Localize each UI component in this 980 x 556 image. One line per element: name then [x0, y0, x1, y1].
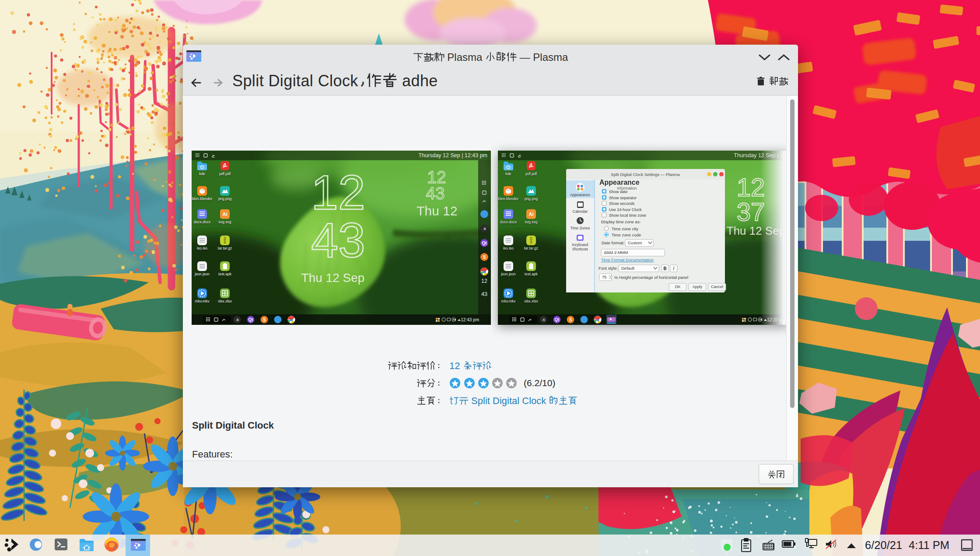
svg-text:Qt: Qt — [482, 241, 487, 246]
svg-text:Cancel: Cancel — [711, 285, 723, 289]
svg-text:Thu 12 Sep: Thu 12 Sep — [301, 271, 365, 285]
svg-text:Time zone city: Time zone city — [612, 226, 638, 231]
svg-text:-$: -$ — [483, 227, 486, 231]
svg-text:tar.tar.gz: tar.tar.gz — [524, 246, 539, 250]
svg-text:S: S — [569, 317, 572, 322]
svg-text:png.png: png.png — [525, 197, 538, 201]
svg-text:svg.svg: svg.svg — [525, 220, 538, 224]
svg-text:12:43 pm: 12:43 pm — [461, 317, 479, 322]
svg-text:Apply: Apply — [693, 285, 703, 289]
svg-text:Thursday 12 Sep | 12:43 pm: Thursday 12 Sep | 12:43 pm — [418, 152, 487, 158]
svg-text:S: S — [263, 317, 266, 322]
svg-text:B: B — [663, 266, 666, 271]
svg-text:OK: OK — [675, 285, 680, 289]
svg-text:Show seconds: Show seconds — [609, 201, 635, 206]
svg-text:Shortcuts: Shortcuts — [572, 247, 588, 251]
svg-text:docx.docx: docx.docx — [500, 220, 517, 224]
svg-text:Custom: Custom — [628, 240, 642, 245]
svg-text:Use 24-hour Clock: Use 24-hour Clock — [609, 208, 642, 212]
svg-text:dddd d MMM: dddd d MMM — [604, 250, 628, 255]
svg-text:75: 75 — [602, 274, 607, 279]
svg-text:Time Format Documentation: Time Format Documentation — [601, 257, 654, 262]
svg-text:iso.iso: iso.iso — [197, 246, 207, 250]
svg-text:43: 43 — [311, 213, 365, 267]
svg-text:Ai: Ai — [529, 211, 534, 217]
svg-text:test.apk: test.apk — [525, 272, 538, 276]
svg-text:Font style:: Font style: — [598, 266, 618, 271]
svg-text:Display time zone as:: Display time zone as: — [601, 219, 640, 224]
svg-text:pdf.pdf: pdf.pdf — [219, 172, 231, 176]
svg-text:-$: -$ — [235, 318, 239, 322]
svg-text:Ai: Ai — [223, 211, 228, 217]
svg-text:Qt: Qt — [554, 317, 560, 322]
svg-text:blen.blender: blen.blender — [498, 197, 519, 201]
svg-text:Default: Default — [621, 266, 634, 271]
svg-text:Split Digital Clock Settings —: Split Digital Clock Settings — Plasma — [611, 172, 680, 177]
svg-text:I: I — [673, 266, 675, 271]
svg-text:Calendar: Calendar — [573, 209, 588, 214]
svg-text:kde: kde — [505, 172, 511, 176]
svg-text:docx.docx: docx.docx — [194, 220, 211, 224]
svg-text:43: 43 — [481, 291, 487, 297]
svg-text:blen.blender: blen.blender — [192, 197, 213, 201]
svg-text:-$: -$ — [542, 318, 545, 322]
svg-text:kde: kde — [199, 172, 205, 176]
svg-text:json.json: json.json — [194, 272, 210, 276]
svg-text:Show local time zone: Show local time zone — [609, 213, 646, 218]
svg-text:mkv.mkv: mkv.mkv — [195, 299, 210, 303]
svg-text:12: 12 — [311, 165, 365, 220]
svg-text:% Height percentage of horizon: % Height percentage of horizontal panel — [614, 275, 688, 280]
svg-text:Show date: Show date — [609, 190, 628, 194]
svg-text:iso.iso: iso.iso — [503, 246, 514, 250]
svg-text:S: S — [483, 255, 486, 260]
svg-text:test.apk: test.apk — [218, 272, 232, 276]
svg-text:mkv.mkv: mkv.mkv — [501, 299, 516, 303]
svg-text:tar.tar.gz: tar.tar.gz — [218, 246, 232, 250]
svg-text:Show separator: Show separator — [609, 196, 637, 200]
svg-text:json.json: json.json — [500, 272, 516, 276]
svg-text:Time Zones: Time Zones — [570, 226, 590, 230]
svg-text:xlsx.xlsx: xlsx.xlsx — [524, 299, 538, 303]
svg-text:Time zone code: Time zone code — [612, 232, 641, 237]
svg-text:12: 12 — [481, 278, 487, 284]
svg-text:Qt: Qt — [248, 317, 253, 322]
svg-text:xlsx.xlsx: xlsx.xlsx — [218, 299, 232, 303]
svg-text:png.png: png.png — [218, 197, 232, 201]
svg-text:Appearance: Appearance — [599, 179, 640, 186]
svg-text:svg.svg: svg.svg — [219, 220, 231, 224]
svg-text:Appearance: Appearance — [570, 193, 590, 197]
svg-text:Thu 12: Thu 12 — [416, 204, 457, 218]
svg-text:Date format:: Date format: — [602, 240, 624, 245]
svg-text:Keyboard: Keyboard — [572, 243, 588, 247]
svg-text:pdf.pdf: pdf.pdf — [525, 172, 537, 176]
svg-text:43: 43 — [426, 184, 444, 203]
